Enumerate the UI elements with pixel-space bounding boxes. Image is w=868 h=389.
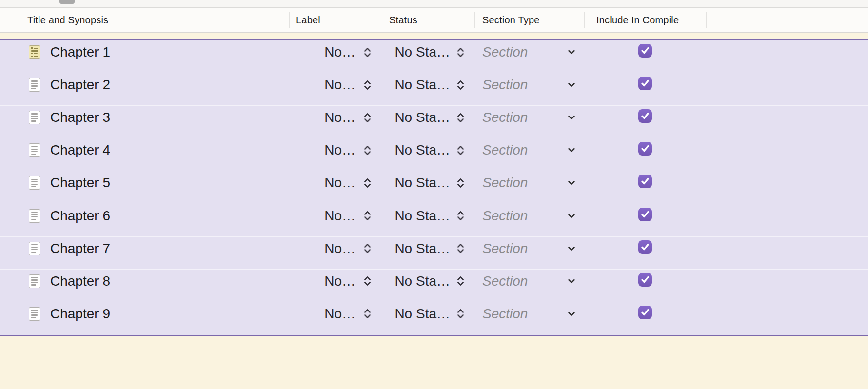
include-in-compile-checkbox[interactable] (638, 306, 652, 319)
row-spacer (706, 237, 868, 260)
chevron-down-icon (568, 180, 575, 185)
table-row[interactable]: Chapter 3 No… No Sta… Section (0, 106, 868, 138)
include-cell (584, 106, 706, 129)
status-value: No Sta… (395, 306, 450, 322)
chevron-down-icon (568, 311, 575, 316)
table-row[interactable]: Chapter 7 No… No Sta… Section (0, 237, 868, 270)
include-in-compile-checkbox[interactable] (638, 77, 652, 90)
column-header-row: Title and Synopsis Label Status Section … (0, 8, 868, 33)
label-popup[interactable]: No… (289, 204, 381, 228)
include-in-compile-checkbox[interactable] (638, 273, 652, 287)
row-title: Chapter 1 (50, 44, 110, 60)
label-popup[interactable]: No… (289, 40, 381, 64)
section-type-popup[interactable]: Section (474, 302, 584, 326)
status-value: No Sta… (395, 110, 450, 125)
updown-stepper-icon (363, 275, 372, 287)
include-cell (584, 302, 706, 326)
column-header-label: Section Type (482, 15, 540, 26)
updown-stepper-icon (456, 243, 465, 254)
table-row[interactable]: Chapter 9 No… No Sta… Section (0, 302, 868, 335)
label-popup[interactable]: No… (289, 237, 381, 260)
chevron-down-icon (568, 50, 575, 55)
row-spacer (706, 106, 868, 129)
include-in-compile-checkbox[interactable] (638, 240, 652, 254)
table-row[interactable]: Chapter 6 No… No Sta… Section (0, 204, 868, 237)
column-header-status[interactable]: Status (381, 8, 474, 32)
status-popup[interactable]: No Sta… (381, 106, 474, 129)
title-cell: Chapter 2 (0, 73, 289, 97)
column-header-empty (706, 8, 868, 32)
status-value: No Sta… (395, 44, 450, 60)
table-row[interactable]: Chapter 4 No… No Sta… Section (0, 138, 868, 171)
section-type-popup[interactable]: Section (474, 106, 584, 129)
scroll-indicator-fragment (59, 0, 75, 4)
status-popup[interactable]: No Sta… (381, 171, 474, 194)
row-spacer (706, 270, 868, 293)
status-popup[interactable]: No Sta… (381, 40, 474, 64)
label-value: No… (324, 273, 355, 289)
status-popup[interactable]: No Sta… (381, 270, 474, 293)
status-value: No Sta… (395, 241, 450, 256)
section-type-popup[interactable]: Section (474, 237, 584, 260)
label-value: No… (324, 142, 355, 158)
label-value: No… (324, 77, 355, 93)
section-type-value: Section (482, 110, 528, 125)
updown-stepper-icon (456, 275, 465, 287)
updown-stepper-icon (456, 308, 465, 319)
column-header-section-type[interactable]: Section Type (474, 8, 584, 32)
checkmark-icon (641, 177, 650, 185)
chevron-down-icon (568, 214, 575, 218)
status-value: No Sta… (395, 273, 450, 289)
chevron-down-icon (568, 115, 575, 120)
status-popup[interactable]: No Sta… (381, 204, 474, 228)
section-type-value: Section (482, 273, 528, 289)
column-header-label: Title and Synopsis (27, 15, 108, 26)
include-in-compile-checkbox[interactable] (638, 208, 652, 221)
row-spacer (706, 171, 868, 194)
outliner-empty-area[interactable] (0, 336, 868, 387)
section-type-popup[interactable]: Section (474, 138, 584, 162)
row-title: Chapter 9 (50, 306, 110, 322)
section-type-popup[interactable]: Section (474, 270, 584, 293)
include-in-compile-checkbox[interactable] (638, 175, 652, 188)
label-popup[interactable]: No… (289, 171, 381, 194)
section-type-popup[interactable]: Section (474, 40, 584, 64)
status-popup[interactable]: No Sta… (381, 237, 474, 260)
status-popup[interactable]: No Sta… (381, 138, 474, 162)
column-header-label-col[interactable]: Label (289, 8, 381, 32)
section-type-popup[interactable]: Section (474, 204, 584, 228)
label-popup[interactable]: No… (289, 138, 381, 162)
status-popup[interactable]: No Sta… (381, 73, 474, 97)
title-cell: Chapter 7 (0, 237, 289, 260)
status-value: No Sta… (395, 77, 450, 93)
status-value: No Sta… (395, 142, 450, 158)
section-type-value: Section (482, 306, 528, 322)
updown-stepper-icon (456, 145, 465, 156)
title-cell: Chapter 1 (0, 40, 289, 64)
section-type-popup[interactable]: Section (474, 73, 584, 97)
checkmark-icon (641, 79, 650, 87)
include-in-compile-checkbox[interactable] (638, 44, 652, 58)
section-type-popup[interactable]: Section (474, 171, 584, 194)
document-icon (29, 307, 40, 321)
row-title: Chapter 3 (50, 110, 110, 125)
column-header-include-in-compile[interactable]: Include In Compile (584, 8, 706, 32)
table-row[interactable]: Chapter 2 No… No Sta… Section (0, 73, 868, 106)
include-in-compile-checkbox[interactable] (638, 109, 652, 123)
column-header-title-and-synopsis[interactable]: Title and Synopsis (0, 8, 289, 32)
label-popup[interactable]: No… (289, 302, 381, 326)
table-row[interactable]: Chapter 5 No… No Sta… Section (0, 171, 868, 204)
header-gap (0, 33, 868, 39)
label-popup[interactable]: No… (289, 106, 381, 129)
table-row[interactable]: Chapter 1 No… No Sta… Section (0, 40, 868, 73)
table-row[interactable]: Chapter 8 No… No Sta… Section (0, 270, 868, 302)
chevron-down-icon (568, 279, 575, 284)
status-value: No Sta… (395, 208, 450, 224)
label-popup[interactable]: No… (289, 73, 381, 97)
label-popup[interactable]: No… (289, 270, 381, 293)
status-popup[interactable]: No Sta… (381, 302, 474, 326)
include-cell (584, 40, 706, 64)
section-type-value: Section (482, 44, 528, 60)
include-in-compile-checkbox[interactable] (638, 142, 652, 156)
updown-stepper-icon (363, 112, 372, 123)
